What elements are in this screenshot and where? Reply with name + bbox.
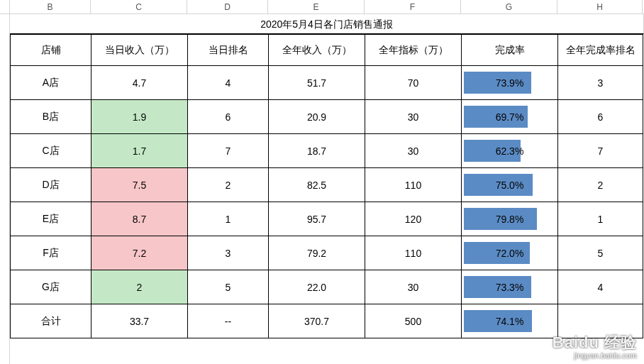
cell-daily-income[interactable]: 7.2 bbox=[91, 236, 188, 270]
cell-store[interactable]: A店 bbox=[11, 66, 91, 100]
cell-total-completion[interactable]: 74.1% bbox=[462, 304, 558, 338]
cell-completion[interactable]: 75.0% bbox=[462, 168, 558, 202]
cell-total-daily-income[interactable]: 33.7 bbox=[91, 304, 188, 338]
cell-year-rank[interactable]: 2 bbox=[558, 168, 643, 202]
cell-total-year-rank[interactable] bbox=[558, 304, 643, 338]
cell-total-year-target[interactable]: 500 bbox=[365, 304, 462, 338]
spreadsheet-view: B C D E F G H 2020年5月4日各门店销售通报 店铺 当日收入（万… bbox=[0, 0, 644, 364]
completion-value: 72.0% bbox=[464, 242, 555, 264]
cell-completion[interactable]: 73.9% bbox=[462, 66, 558, 100]
cell-daily-income[interactable]: 7.5 bbox=[91, 168, 188, 202]
col-header-D[interactable]: D bbox=[187, 0, 268, 14]
cell-total-year-income[interactable]: 370.7 bbox=[269, 304, 365, 338]
completion-bar: 73.3% bbox=[464, 276, 555, 298]
completion-value: 62.3% bbox=[464, 140, 555, 162]
cell-year-income[interactable]: 79.2 bbox=[269, 236, 365, 270]
col-header-H[interactable]: H bbox=[557, 0, 643, 14]
cell-daily-rank[interactable]: 7 bbox=[188, 134, 269, 168]
cell-year-rank[interactable]: 4 bbox=[558, 270, 643, 304]
report-title[interactable]: 2020年5月4日各门店销售通报 bbox=[10, 14, 644, 34]
corner-cell bbox=[0, 0, 10, 13]
cell-daily-income[interactable]: 8.7 bbox=[91, 202, 188, 236]
col-header-F[interactable]: F bbox=[365, 0, 461, 14]
cell-store[interactable]: C店 bbox=[11, 134, 91, 168]
cell-year-target[interactable]: 30 bbox=[365, 270, 462, 304]
hdr-year-income[interactable]: 全年收入（万） bbox=[269, 35, 365, 66]
completion-bar: 73.9% bbox=[464, 72, 555, 94]
cell-year-income[interactable]: 51.7 bbox=[269, 66, 365, 100]
col-header-C[interactable]: C bbox=[91, 0, 187, 14]
completion-value: 75.0% bbox=[464, 174, 555, 196]
table-row: E店8.7195.712079.8%1 bbox=[11, 202, 643, 236]
cell-year-target[interactable]: 70 bbox=[365, 66, 462, 100]
cell-year-income[interactable]: 82.5 bbox=[269, 168, 365, 202]
cell-daily-income[interactable]: 1.7 bbox=[91, 134, 188, 168]
cell-total-daily-rank[interactable]: -- bbox=[188, 304, 269, 338]
cell-year-target[interactable]: 110 bbox=[365, 168, 462, 202]
col-header-G[interactable]: G bbox=[461, 0, 557, 14]
cell-year-rank[interactable]: 5 bbox=[558, 236, 643, 270]
cell-year-income[interactable]: 18.7 bbox=[269, 134, 365, 168]
cell-daily-rank[interactable]: 1 bbox=[188, 202, 269, 236]
cell-daily-rank[interactable]: 5 bbox=[188, 270, 269, 304]
table-row: D店7.5282.511075.0%2 bbox=[11, 168, 643, 202]
cell-daily-income[interactable]: 2 bbox=[91, 270, 188, 304]
cell-store[interactable]: G店 bbox=[11, 270, 91, 304]
completion-value: 79.8% bbox=[464, 208, 555, 230]
column-header-row: B C D E F G H bbox=[0, 0, 644, 14]
cell-year-target[interactable]: 30 bbox=[365, 100, 462, 134]
hdr-daily-income[interactable]: 当日收入（万） bbox=[91, 35, 188, 66]
hdr-store[interactable]: 店铺 bbox=[11, 35, 91, 66]
cell-store[interactable]: E店 bbox=[11, 202, 91, 236]
hdr-completion[interactable]: 完成率 bbox=[462, 35, 558, 66]
cell-year-rank[interactable]: 6 bbox=[558, 100, 643, 134]
cell-completion[interactable]: 62.3% bbox=[462, 134, 558, 168]
cell-store[interactable]: B店 bbox=[11, 100, 91, 134]
cell-year-rank[interactable]: 3 bbox=[558, 66, 643, 100]
table-row: C店1.7718.73062.3%7 bbox=[11, 134, 643, 168]
completion-bar: 79.8% bbox=[464, 208, 555, 230]
completion-value: 69.7% bbox=[464, 106, 555, 128]
cell-year-target[interactable]: 30 bbox=[365, 134, 462, 168]
title-row: 2020年5月4日各门店销售通报 bbox=[10, 14, 644, 34]
completion-value: 73.3% bbox=[464, 276, 555, 298]
completion-bar: 74.1% bbox=[464, 310, 555, 332]
completion-value: 74.1% bbox=[464, 310, 555, 332]
cell-completion[interactable]: 79.8% bbox=[462, 202, 558, 236]
cell-completion[interactable]: 72.0% bbox=[462, 236, 558, 270]
cell-completion[interactable]: 73.3% bbox=[462, 270, 558, 304]
cell-daily-rank[interactable]: 2 bbox=[188, 168, 269, 202]
sales-table: 店铺 当日收入（万） 当日排名 全年收入（万） 全年指标（万） 完成率 全年完成… bbox=[10, 34, 643, 338]
cell-daily-rank[interactable]: 6 bbox=[188, 100, 269, 134]
hdr-year-rank[interactable]: 全年完成率排名 bbox=[558, 35, 643, 66]
hdr-daily-rank[interactable]: 当日排名 bbox=[188, 35, 269, 66]
completion-value: 73.9% bbox=[464, 72, 555, 94]
table-row: A店4.7451.77073.9%3 bbox=[11, 66, 643, 100]
row-gutter bbox=[0, 14, 10, 364]
completion-bar: 62.3% bbox=[464, 140, 555, 162]
cell-year-income[interactable]: 22.0 bbox=[269, 270, 365, 304]
table-row: G店2522.03073.3%4 bbox=[11, 270, 643, 304]
cell-year-income[interactable]: 20.9 bbox=[269, 100, 365, 134]
cell-total-label[interactable]: 合计 bbox=[11, 304, 91, 338]
cell-daily-rank[interactable]: 3 bbox=[188, 236, 269, 270]
completion-bar: 72.0% bbox=[464, 242, 555, 264]
cell-daily-income[interactable]: 4.7 bbox=[91, 66, 188, 100]
col-header-B[interactable]: B bbox=[10, 0, 91, 14]
header-row: 店铺 当日收入（万） 当日排名 全年收入（万） 全年指标（万） 完成率 全年完成… bbox=[11, 35, 643, 66]
cell-store[interactable]: D店 bbox=[11, 168, 91, 202]
watermark-sub: jingyan.baidu.com bbox=[553, 351, 637, 360]
cell-store[interactable]: F店 bbox=[11, 236, 91, 270]
cell-daily-income[interactable]: 1.9 bbox=[91, 100, 188, 134]
cell-year-income[interactable]: 95.7 bbox=[269, 202, 365, 236]
cell-year-target[interactable]: 120 bbox=[365, 202, 462, 236]
cell-year-rank[interactable]: 7 bbox=[558, 134, 643, 168]
table-row: B店1.9620.93069.7%6 bbox=[11, 100, 643, 134]
completion-bar: 75.0% bbox=[464, 174, 555, 196]
col-header-E[interactable]: E bbox=[268, 0, 365, 14]
hdr-year-target[interactable]: 全年指标（万） bbox=[365, 35, 462, 66]
cell-year-target[interactable]: 110 bbox=[365, 236, 462, 270]
cell-completion[interactable]: 69.7% bbox=[462, 100, 558, 134]
cell-year-rank[interactable]: 1 bbox=[558, 202, 643, 236]
cell-daily-rank[interactable]: 4 bbox=[188, 66, 269, 100]
